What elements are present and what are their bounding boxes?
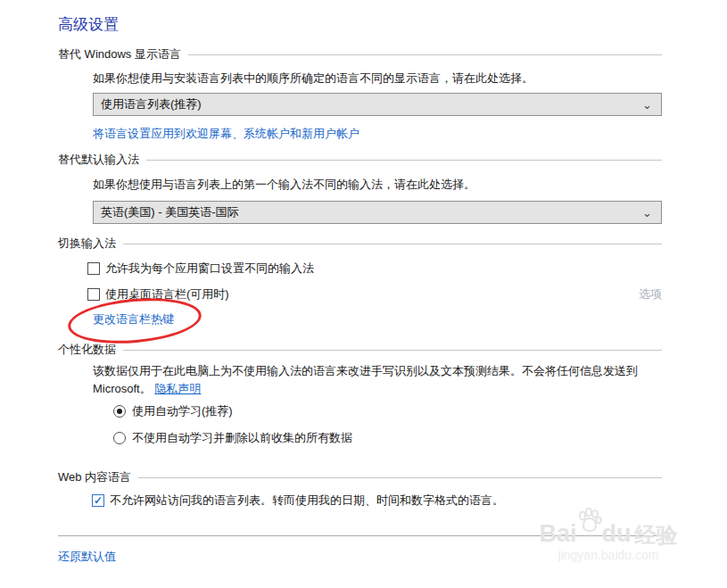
checkbox-label: 不允许网站访问我的语言列表。转而使用我的日期、时间和数字格式的语言。 [110,493,504,509]
radio-label: 使用自动学习(推荐) [132,403,233,419]
microsoft-text: Microsoft。 [93,382,152,395]
section-title: Web 内容语言 [58,469,131,485]
section-title: 个性化数据 [58,342,116,358]
display-language-dropdown[interactable]: 使用语言列表(推荐) ⌄ [93,93,662,116]
default-input-method-dropdown[interactable]: 英语(美国) - 美国英语-国际 ⌄ [93,201,662,224]
checkbox-row-website-language-access[interactable]: ✓ 不允许网站访问我的语言列表。转而使用我的日期、时间和数字格式的语言。 [92,493,504,509]
personalization-description-line2: Microsoft。 隐私声明 [93,381,201,397]
dropdown-selected-value: 英语(美国) - 美国英语-国际 [101,204,642,220]
default-input-method-description: 如果你想使用与语言列表上的第一个输入法不同的输入法，请在此处选择。 [93,177,475,193]
section-title: 替代默认输入法 [58,152,139,168]
personalization-description-line1: 该数据仅用于在此电脑上为不使用输入法的语言来改进手写识别以及文本预测结果。不会将… [93,363,646,379]
section-header-web-content-language: Web 内容语言 [58,469,662,485]
section-header-personalization-data: 个性化数据 [58,342,662,358]
checkbox-label: 使用桌面语言栏(可用时) [105,286,229,302]
radio-no-auto-learning[interactable] [113,432,126,444]
dropdown-selected-value: 使用语言列表(推荐) [101,96,642,112]
section-divider-line [123,244,662,244]
display-language-description: 如果你想使用与安装语言列表中的顺序所确定的语言不同的显示语言，请在此处选择。 [93,70,533,87]
section-header-switching-input-methods: 切换输入法 [58,236,662,252]
checkbox-label: 允许我为每个应用窗口设置不同的输入法 [105,261,314,277]
privacy-statement-link[interactable]: 隐私声明 [154,382,201,395]
radio-row-use-auto-learning[interactable]: 使用自动学习(推荐) [113,403,233,419]
section-header-default-input-method: 替代默认输入法 [58,152,662,168]
section-header-display-language: 替代 Windows 显示语言 [58,46,662,62]
radio-label: 不使用自动学习并删除以前收集的所有数据 [132,430,352,446]
checkbox-desktop-language-bar[interactable] [87,288,100,301]
checkbox-website-language-access[interactable]: ✓ [92,494,104,507]
restore-defaults-row: 还原默认值 [58,549,116,565]
settings-content: 高级设置 替代 Windows 显示语言 如果你想使用与安装语言列表中的顺序所确… [58,0,662,588]
apply-language-settings-link[interactable]: 将语言设置应用到欢迎屏幕、系统帐户和新用户帐户 [93,127,359,140]
options-link-wrap: 选项 [639,286,662,302]
checkbox-row-per-app-input-method[interactable]: 允许我为每个应用窗口设置不同的输入法 [87,261,314,277]
radio-row-no-auto-learning[interactable]: 不使用自动学习并删除以前收集的所有数据 [113,430,352,446]
section-divider-line [138,477,662,478]
section-title: 替代 Windows 显示语言 [58,46,181,62]
checkbox-per-app-input-method[interactable] [87,262,100,275]
checkbox-row-desktop-language-bar[interactable]: 使用桌面语言栏(可用时) [87,286,229,302]
restore-defaults-link[interactable]: 还原默认值 [58,550,116,563]
section-divider-line [146,160,662,161]
section-divider-line [123,350,662,351]
footer-divider-line [58,535,662,536]
chevron-down-icon: ⌄ [642,207,652,219]
hotkeys-link-row: 更改语言栏热键 [93,311,174,327]
change-language-bar-hotkeys-link[interactable]: 更改语言栏热键 [93,312,174,326]
section-divider-line [188,54,662,55]
section-title: 切换输入法 [58,236,116,252]
page-title: 高级设置 [58,14,119,35]
chevron-down-icon: ⌄ [642,99,652,111]
radio-use-auto-learning[interactable] [113,405,126,418]
options-link[interactable]: 选项 [639,287,662,301]
apply-language-settings-row: 将语言设置应用到欢迎屏幕、系统帐户和新用户帐户 [93,126,359,142]
advanced-settings-page: { "page_title": "高级设置", "icons": { "chev… [0,0,727,588]
